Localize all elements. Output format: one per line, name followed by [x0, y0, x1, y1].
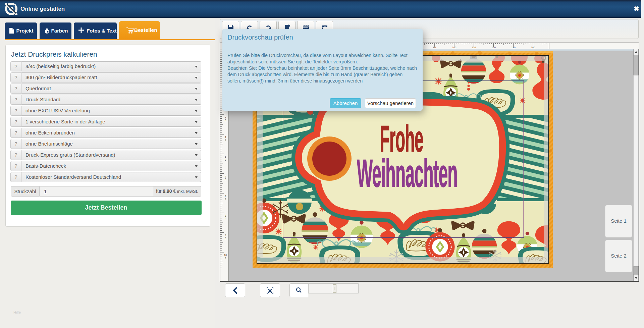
svg-text:90: 90: [433, 46, 436, 49]
svg-text:Weihnachten: Weihnachten: [357, 152, 458, 195]
svg-text:0: 0: [225, 237, 226, 240]
svg-text:140: 140: [531, 46, 535, 49]
svg-text:0: 0: [225, 158, 226, 161]
svg-text:0: 0: [225, 119, 226, 122]
svg-text:0: 0: [225, 178, 226, 181]
svg-text:0: 0: [225, 257, 226, 260]
svg-text:120: 120: [491, 46, 496, 49]
svg-text:0: 0: [225, 217, 226, 220]
svg-text:130: 130: [511, 46, 516, 49]
svg-text:100: 100: [452, 46, 457, 49]
svg-text:110: 110: [472, 46, 476, 49]
svg-text:0: 0: [225, 198, 226, 201]
svg-text:0: 0: [225, 139, 226, 142]
